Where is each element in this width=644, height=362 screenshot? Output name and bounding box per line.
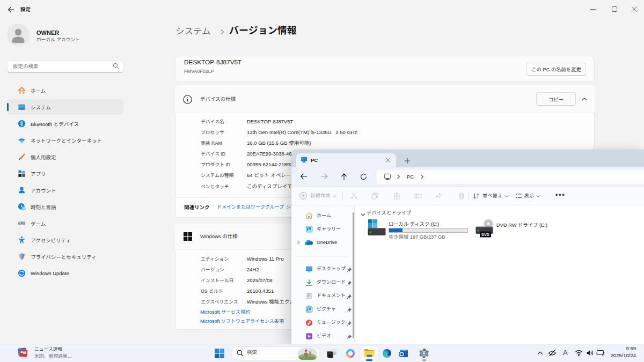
svg-text:DVD: DVD [481, 233, 489, 237]
